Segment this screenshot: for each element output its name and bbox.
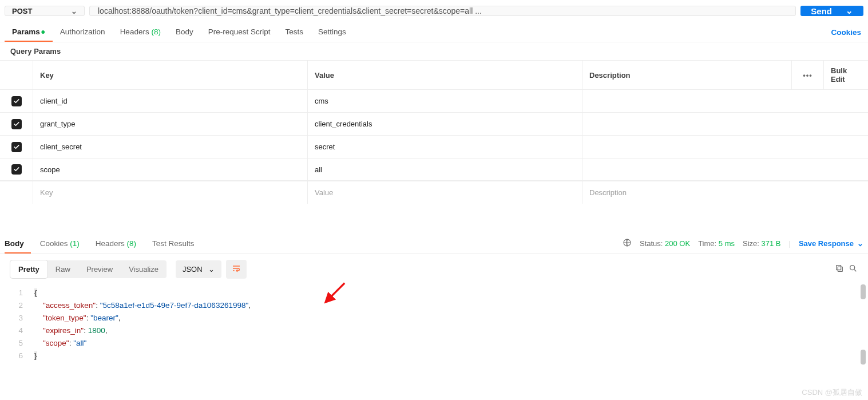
params-row[interactable]: client_secretsecret [0, 135, 868, 158]
annotation-arrow-icon [320, 280, 347, 308]
headers-count: (8) [151, 27, 161, 36]
save-response-label: Save Response [799, 239, 854, 248]
tab-settings[interactable]: Settings [311, 22, 354, 42]
checkbox-cell[interactable] [0, 159, 33, 180]
resp-tab-cookies-label: Cookies [40, 239, 68, 248]
resp-headers-count: (8) [127, 239, 137, 248]
method-value: POST [12, 7, 32, 15]
svg-rect-2 [837, 266, 841, 270]
checkbox-checked-icon[interactable] [11, 164, 22, 175]
checkbox-checked-icon[interactable] [11, 142, 22, 152]
chevron-down-icon[interactable]: ⌄ [846, 6, 853, 16]
tab-prerequest[interactable]: Pre-request Script [201, 22, 278, 42]
checkbox-cell[interactable] [0, 90, 33, 112]
checkbox-column-header [0, 61, 33, 89]
code-content: } [34, 350, 37, 362]
svg-point-3 [850, 266, 855, 270]
chevron-down-icon: ⌄ [71, 7, 77, 15]
globe-icon[interactable] [623, 238, 632, 249]
time-field: Time: 5 ms [698, 239, 735, 248]
chevron-down-icon: ⌄ [208, 265, 215, 274]
view-raw-button[interactable]: Raw [47, 260, 78, 278]
query-params-title: Query Params [0, 42, 868, 60]
value-cell[interactable]: client_credentials [308, 113, 582, 135]
copy-icon[interactable] [835, 264, 844, 275]
resp-tab-headers[interactable]: Headers (8) [96, 233, 143, 254]
language-select[interactable]: JSON ⌄ [176, 260, 221, 278]
view-preview-button[interactable]: Preview [78, 260, 121, 278]
tab-body[interactable]: Body [168, 22, 201, 42]
key-cell[interactable]: grant_type [33, 113, 308, 135]
code-line: 5 "scope": "all" [0, 337, 868, 350]
params-row[interactable]: scopeall [0, 158, 868, 181]
wrap-lines-button[interactable] [226, 260, 247, 279]
line-number: 1 [0, 287, 34, 299]
response-meta: Status: 200 OK Time: 5 ms Size: 371 B | … [623, 238, 863, 249]
key-column-header: Key [33, 61, 308, 89]
more-options-icon[interactable]: ••• [792, 61, 824, 89]
time-value: 5 ms [719, 239, 735, 248]
cookies-link[interactable]: Cookies [823, 22, 863, 41]
save-response-button[interactable]: Save Response ⌄ [799, 239, 863, 248]
line-number: 6 [0, 350, 34, 362]
chevron-down-icon: ⌄ [857, 239, 863, 248]
value-cell[interactable]: cms [308, 90, 582, 112]
cookies-count: (1) [70, 239, 80, 248]
bulk-edit-button[interactable]: Bulk Edit [824, 61, 868, 89]
description-cell[interactable] [582, 159, 868, 180]
params-row[interactable]: grant_typeclient_credentials [0, 112, 868, 135]
value-cell[interactable]: all [308, 159, 582, 180]
checkbox-checked-icon[interactable] [11, 96, 22, 106]
body-toolbar: Pretty Raw Preview Visualize JSON ⌄ [0, 254, 868, 284]
scrollbar-thumb[interactable] [861, 350, 866, 365]
key-cell[interactable]: scope [33, 159, 308, 180]
checkbox-checked-icon[interactable] [11, 119, 22, 129]
checkbox-cell[interactable] [0, 113, 33, 135]
key-input[interactable]: Key [33, 181, 308, 204]
key-cell[interactable]: client_id [33, 90, 308, 112]
description-cell[interactable] [582, 90, 868, 112]
scrollbar-thumb[interactable] [861, 284, 866, 299]
checkbox-placeholder [0, 181, 33, 204]
value-cell[interactable]: secret [308, 136, 582, 158]
response-body[interactable]: 1{2 "access_token": "5c58a1ef-e1d5-49e7-… [0, 284, 868, 365]
params-new-row[interactable]: Key Value Description [0, 181, 868, 204]
search-icon[interactable] [849, 264, 858, 275]
resp-tab-cookies[interactable]: Cookies (1) [40, 233, 86, 254]
resp-tab-test-results[interactable]: Test Results [152, 233, 201, 254]
size-field: Size: 371 B [743, 239, 781, 248]
svg-rect-1 [838, 267, 842, 271]
description-cell[interactable] [582, 136, 868, 158]
size-value: 371 B [762, 239, 781, 248]
status-label: Status: [640, 239, 663, 248]
params-table-header: Key Value Description ••• Bulk Edit [0, 60, 868, 89]
line-number: 2 [0, 299, 34, 312]
description-input[interactable]: Description [582, 181, 868, 204]
params-row[interactable]: client_idcms [0, 89, 868, 112]
code-content: "access_token": "5c58a1ef-e1d5-49e7-9ef7… [34, 299, 251, 312]
code-line: 1{ [0, 287, 868, 299]
tab-headers[interactable]: Headers (8) [113, 22, 168, 42]
view-mode-group: Pretty Raw Preview Visualize [10, 260, 167, 278]
url-input[interactable]: localhost:8888/oauth/token?client_id=cms… [89, 6, 796, 16]
line-number: 4 [0, 324, 34, 337]
code-content: "token_type": "bearer", [34, 312, 121, 324]
request-tabs: Params• Authorization Headers (8) Body P… [0, 22, 868, 42]
view-visualize-button[interactable]: Visualize [121, 260, 167, 278]
send-label: Send [811, 6, 832, 16]
checkbox-cell[interactable] [0, 136, 33, 158]
tab-headers-label: Headers [120, 27, 149, 36]
line-number: 5 [0, 337, 34, 350]
description-cell[interactable] [582, 113, 868, 135]
tab-authorization[interactable]: Authorization [53, 22, 113, 42]
tab-tests[interactable]: Tests [278, 22, 311, 42]
method-select[interactable]: POST ⌄ [5, 6, 85, 16]
send-button[interactable]: Send ⌄ [800, 6, 863, 16]
tab-params[interactable]: Params• [5, 22, 53, 42]
view-pretty-button[interactable]: Pretty [10, 260, 47, 278]
status-field: Status: 200 OK [640, 239, 690, 248]
value-input[interactable]: Value [308, 181, 582, 204]
resp-tab-body[interactable]: Body [5, 233, 31, 254]
key-cell[interactable]: client_secret [33, 136, 308, 158]
code-line: 4 "expires_in": 1800, [0, 324, 868, 337]
